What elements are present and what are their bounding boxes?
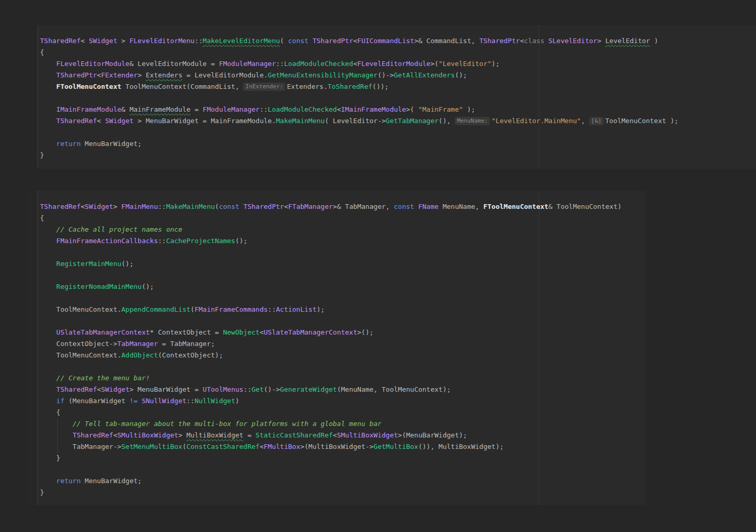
code-token-hl: FToolMenuContext <box>56 83 121 90</box>
code-token-method: GetMultiBox <box>374 443 418 450</box>
code-token-method: AppendCommandList <box>122 305 191 313</box>
code-token-plain: :: <box>268 305 276 313</box>
code-token-type: SWidget <box>105 117 134 125</box>
code-token-keyword: const <box>219 203 239 210</box>
code-token-plain <box>40 420 73 428</box>
code-token-plain: = <box>191 105 203 113</box>
code-token-plain: :: <box>187 397 195 405</box>
code-token-plain <box>40 83 56 90</box>
code-token-plain <box>40 477 56 485</box>
code-snippet-make-level-editor-menu[interactable]: TSharedRef< SWidget > FLevelEditorMenu::… <box>37 25 756 169</box>
code-token-plain: :: <box>243 385 251 393</box>
code-token-type: SWidget <box>85 203 113 210</box>
code-token-plain <box>40 71 56 79</box>
code-token-keyword: const <box>288 37 308 45</box>
code-token-type: FLevelEditorMenu <box>129 37 194 45</box>
code-token-type: TabManager <box>117 340 158 348</box>
code-token-method: StaticCastSharedRef <box>256 431 333 439</box>
code-token-method: AddObject <box>122 351 158 359</box>
inlay-hint[interactable]: MenuName: <box>455 117 490 125</box>
code-token-plain: & ToolMenuContext) <box>548 203 621 210</box>
code-token-type: TSharedPtr <box>479 37 520 45</box>
code-token-plain: (); <box>122 260 134 268</box>
code-token-type: SWidget <box>89 37 117 45</box>
inlay-hint[interactable]: [&] <box>589 117 604 125</box>
code-token-plain: ( <box>280 37 288 45</box>
code-token-plain: ( LevelEditor-> <box>325 117 386 125</box>
code-token-type: FUICommandList <box>357 37 415 45</box>
code-token-type: FModuleManager <box>219 60 276 68</box>
inlay-hint[interactable]: InExtender: <box>243 83 285 91</box>
code-line: { <box>40 212 646 224</box>
code-token-keyword: const <box>394 203 414 210</box>
code-token-type: SMultiBoxWidget <box>117 431 178 439</box>
code-token-plain: >( <box>430 60 439 68</box>
code-token-plain: (); <box>455 71 467 79</box>
code-line <box>40 292 646 304</box>
code-token-plain: ); <box>316 305 325 313</box>
code-token-plain: } <box>40 454 60 462</box>
code-token-method: RegisterNomadMainMenu <box>56 283 141 290</box>
code-token-type: FMainMenu <box>122 203 158 210</box>
code-line <box>40 247 646 258</box>
code-token-type: FModuleManager <box>203 105 260 113</box>
code-token-plain: > <box>597 37 605 45</box>
code-token-plain: ContextObject-> <box>40 340 117 348</box>
code-token-string: "LevelEditor.MainMenu" <box>492 117 581 125</box>
code-token-plain: < <box>284 203 288 210</box>
code-token-plain: } <box>40 151 44 159</box>
code-token-type: IMainFrameModule <box>56 105 121 113</box>
code-line: RegisterNomadMainMenu(); <box>40 281 646 292</box>
code-token-plain <box>40 260 56 268</box>
code-token-type: TSharedPtr <box>312 37 353 45</box>
code-token-method: RegisterMainMenu <box>56 260 121 268</box>
code-token-type: FExtender <box>101 71 137 79</box>
code-token-plain: >(MenuBarWidget); <box>398 431 467 439</box>
code-token-type: TSharedRef <box>40 37 81 45</box>
code-token-plain: ( <box>182 443 187 450</box>
code-token-type: UToolMenus <box>203 385 243 393</box>
code-line <box>40 464 646 475</box>
code-token-plain: MenuBarWidget; <box>81 477 141 485</box>
code-token-plain: < <box>260 443 264 450</box>
code-token-plain: (); <box>235 237 247 245</box>
code-token-plain: > MenuBarWidget = MainFrameModule. <box>134 117 276 125</box>
code-token-type: TSharedPtr <box>243 203 284 210</box>
ide-editor-background: { "editor": { "description": "Dark IDE c… <box>0 0 756 532</box>
code-token-method: NewObject <box>223 328 259 336</box>
code-token-plain: < <box>113 431 117 439</box>
code-token-type: SWidget <box>101 385 129 393</box>
code-line: TSharedPtr<FExtender> Extenders = LevelE… <box>40 70 756 81</box>
code-token-plain: MenuName, <box>439 203 483 210</box>
code-line: RegisterMainMenu(); <box>40 258 646 270</box>
code-token-method: GetAllExtenders <box>394 71 455 79</box>
code-token-plain: < <box>353 60 357 68</box>
code-line <box>40 127 756 138</box>
code-token-keyword: if <box>56 397 64 405</box>
code-line <box>40 315 646 327</box>
code-token-plain: (), <box>439 117 455 125</box>
code-line: if (MenuBarWidget != SNullWidget::NullWi… <box>40 395 646 407</box>
code-token-type: FLevelEditorModule <box>56 60 129 68</box>
code-line: TSharedRef<SWidget> FMainMenu::MakeMainM… <box>40 201 646 212</box>
code-token-plain: < <box>353 37 357 45</box>
code-token-plain: > <box>178 431 187 439</box>
code-line: TSharedRef< SWidget > FLevelEditorMenu::… <box>40 35 756 47</box>
code-token-type: SNullWidget <box>142 397 187 405</box>
code-token-method: GetMenuExtensibilityManager <box>268 71 377 79</box>
code-token-plain <box>40 431 73 439</box>
code-token-type: SLevelEditor <box>548 37 597 45</box>
code-token-type: FTabManager <box>288 203 333 210</box>
code-token-plain: (ContextObject); <box>158 351 223 359</box>
code-line: TSharedRef< SWidget > MenuBarWidget = Ma… <box>40 115 756 127</box>
code-token-method: MakeLevelEditorMenu <box>203 37 280 45</box>
code-token-plain: ()); <box>373 83 389 90</box>
code-line: ToolMenuContext.AppendCommandList(FMainF… <box>40 304 646 315</box>
code-token-string: "LevelEditor" <box>439 60 492 68</box>
code-snippet-make-main-menu[interactable]: TSharedRef<SWidget> FMainMenu::MakeMainM… <box>26 191 646 505</box>
code-token-plain: Extenders. <box>287 83 327 90</box>
code-token-plain: & <box>122 105 130 113</box>
code-token-plain: & LevelEditorModule = <box>129 60 219 68</box>
code-line: return MenuBarWidget; <box>40 138 756 150</box>
code-token-method: MakeMainMenu <box>276 117 325 125</box>
